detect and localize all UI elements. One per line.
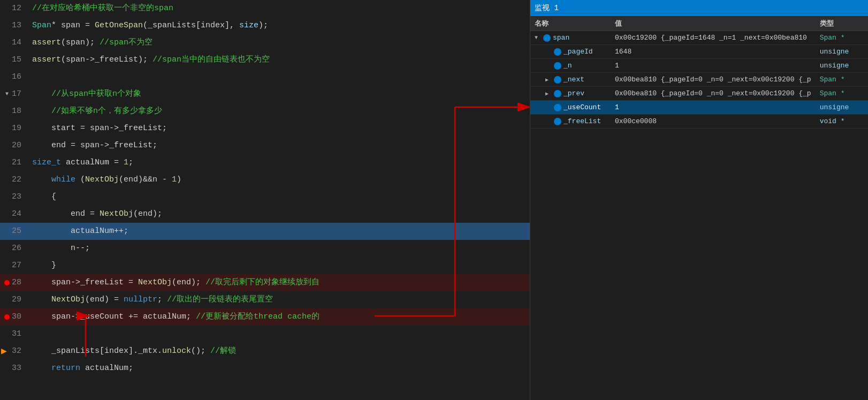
- watch-col-name: 名称: [530, 19, 611, 28]
- line-number-24: 24: [0, 206, 28, 223]
- line-content-12: //在对应哈希桶中获取一个非空的span: [28, 0, 530, 17]
- watch-title: 监视 1: [535, 3, 559, 13]
- code-area: 12 //在对应哈希桶中获取一个非空的span 13 Span* span = …: [0, 0, 530, 400]
- expand-arrow-prev[interactable]: ▶: [545, 90, 552, 97]
- line-content-30: span->_useCount += actualNum; //更新被分配给th…: [28, 308, 530, 326]
- watch-cell-pageId-value: 1648: [611, 47, 816, 57]
- line-number-19: 19: [0, 120, 28, 137]
- watch-cell-n-type: unsigne: [816, 61, 868, 71]
- line-content-15: assert(span->_freeList); //span当中的自由链表也不…: [28, 51, 530, 69]
- watch-row-freeList[interactable]: _freeList 0x00ce0008 void *: [530, 115, 868, 129]
- watch-row-span[interactable]: ▼ span 0x00c19200 {_pageId=1648 _n=1 _ne…: [530, 31, 868, 45]
- code-line-18: 18 //如果不够n个，有多少拿多少: [0, 103, 530, 120]
- line-content-25: actualNum++;: [28, 223, 530, 240]
- watch-panel: 监视 1 ▼ 名称 值 类型 ▼ span 0x00c19200 {_pageI…: [530, 0, 868, 400]
- line-content-32: _spanLists[index]._mtx.unlock(); //解锁: [28, 343, 530, 360]
- line-number-21: 21: [0, 154, 28, 171]
- watch-cell-prev-value: 0x00bea810 {_pageId=0 _n=0 _next=0x00c19…: [611, 88, 816, 99]
- code-line-16: 16: [0, 69, 530, 86]
- watch-row-useCount[interactable]: _useCount 1 unsigne: [530, 101, 868, 115]
- line-number-22: 22: [0, 171, 28, 188]
- line-content-24: end = NextObj(end);: [28, 206, 530, 223]
- line-number-16: 16: [0, 69, 28, 86]
- watch-rows: ▼ span 0x00c19200 {_pageId=1648 _n=1 _ne…: [530, 31, 868, 400]
- line-content-13: Span* span = GetOneSpan(_spanLists[index…: [28, 17, 530, 34]
- watch-icon-freeList: [554, 118, 561, 125]
- code-line-26: 26 n--;: [0, 240, 530, 257]
- code-line-19: 19 start = span->_freeList;: [0, 120, 530, 137]
- breakpoint-30: [4, 314, 10, 320]
- watch-cell-useCount-name: _useCount: [530, 102, 611, 112]
- line-number-23: 23: [0, 188, 28, 206]
- code-line-25: 25 actualNum++;: [0, 223, 530, 240]
- line-number-30: 30: [0, 308, 28, 326]
- expand-arrow-pageId: [545, 49, 552, 55]
- watch-row-prev[interactable]: ▶ _prev 0x00bea810 {_pageId=0 _n=0 _next…: [530, 87, 868, 101]
- code-line-22: 22 while (NextObj(end)&&n - 1): [0, 171, 530, 188]
- line-number-12: 12: [0, 0, 28, 17]
- watch-cell-span-type: Span *: [816, 33, 868, 43]
- watch-icon-next: [554, 76, 561, 84]
- line-content-29: NextObj(end) = nullptr; //取出的一段链表的表尾置空: [28, 291, 530, 308]
- watch-cell-prev-name: ▶ _prev: [530, 88, 611, 99]
- watch-cell-next-value: 0x00bea810 {_pageId=0 _n=0 _next=0x00c19…: [611, 74, 816, 85]
- line-number-26: 26: [0, 240, 28, 257]
- line-number-31: 31: [0, 326, 28, 343]
- line-content-20: end = span->_freeList;: [28, 137, 530, 154]
- watch-col-value: 值: [611, 19, 816, 28]
- current-line-arrow: ▶: [1, 343, 7, 360]
- line-content-26: n--;: [28, 240, 530, 257]
- line-content-14: assert(span); //span不为空: [28, 34, 530, 51]
- code-line-21: 21 size_t actualNum = 1;: [0, 154, 530, 171]
- line-content-18: //如果不够n个，有多少拿多少: [28, 103, 530, 120]
- expand-arrow-span[interactable]: ▼: [535, 35, 541, 41]
- line-content-19: start = span->_freeList;: [28, 120, 530, 137]
- watch-cell-freeList-name: _freeList: [530, 116, 611, 126]
- expand-arrow-next[interactable]: ▶: [545, 77, 552, 83]
- breakpoint-28: [4, 280, 10, 285]
- watch-cell-prev-type: Span *: [816, 88, 868, 99]
- line-number-29: 29: [0, 291, 28, 308]
- code-line-27: 27 }: [0, 257, 530, 274]
- code-line-12: 12 //在对应哈希桶中获取一个非空的span: [0, 0, 530, 17]
- watch-row-pageId[interactable]: _pageId 1648 unsigne: [530, 45, 868, 59]
- line-content-21: size_t actualNum = 1;: [28, 154, 530, 171]
- line-number-18: 18: [0, 103, 28, 120]
- watch-cell-n-name: _n: [530, 61, 611, 71]
- watch-row-n[interactable]: _n 1 unsigne: [530, 59, 868, 73]
- line-number-27: 27: [0, 257, 28, 274]
- watch-cell-useCount-type: unsigne: [816, 102, 868, 112]
- code-line-24: 24 end = NextObj(end);: [0, 206, 530, 223]
- line-number-14: 14: [0, 34, 28, 51]
- line-number-20: 20: [0, 137, 28, 154]
- line-number-33: 33: [0, 360, 28, 377]
- watch-icon-n: [554, 62, 561, 70]
- line-content-17: //从span中获取n个对象: [28, 86, 530, 103]
- watch-cell-next-name: ▶ _next: [530, 74, 611, 85]
- code-line-33: 33 return actualNum;: [0, 360, 530, 377]
- code-panel: 12 //在对应哈希桶中获取一个非空的span 13 Span* span = …: [0, 0, 530, 400]
- watch-icon-useCount: [554, 104, 561, 111]
- code-line-29: 29 NextObj(end) = nullptr; //取出的一段链表的表尾置…: [0, 291, 530, 308]
- line-content-31: [28, 326, 530, 343]
- line-content-28: span->_freeList = NextObj(end); //取完后剩下的…: [28, 274, 530, 291]
- line-number-32: ▶ 32: [0, 343, 28, 360]
- watch-icon-pageId: [554, 48, 561, 56]
- watch-columns: 名称 值 类型: [530, 16, 868, 31]
- line-number-25: 25: [0, 223, 28, 240]
- code-line-31: 31: [0, 326, 530, 343]
- code-line-13: 13 Span* span = GetOneSpan(_spanLists[in…: [0, 17, 530, 34]
- code-line-28: 28 span->_freeList = NextObj(end); //取完后…: [0, 274, 530, 291]
- watch-cell-span-value: 0x00c19200 {_pageId=1648 _n=1 _next=0x00…: [611, 33, 816, 43]
- watch-header: 监视 1 ▼: [530, 0, 868, 16]
- watch-row-next[interactable]: ▶ _next 0x00bea810 {_pageId=0 _n=0 _next…: [530, 73, 868, 87]
- watch-col-type: 类型: [816, 19, 868, 28]
- line-content-23: {: [28, 188, 530, 206]
- code-line-14: 14 assert(span); //span不为空: [0, 34, 530, 51]
- watch-icon-prev: [554, 90, 561, 97]
- watch-cell-pageId-name: _pageId: [530, 47, 611, 57]
- watch-cell-next-type: Span *: [816, 74, 868, 85]
- collapse-arrow-17[interactable]: ▼: [5, 86, 9, 103]
- code-line-32: ▶ 32 _spanLists[index]._mtx.unlock(); //…: [0, 343, 530, 360]
- line-content-27: }: [28, 257, 530, 274]
